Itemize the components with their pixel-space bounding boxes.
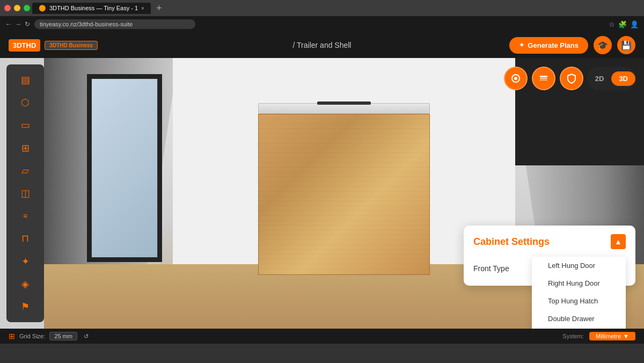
camera-view-btn[interactable]	[504, 67, 528, 90]
toolbar-paint[interactable]: ◈	[15, 275, 35, 293]
window-left	[87, 74, 162, 262]
left-toolbar: ▤ ⬡ ▭ ⊞ ▱ ◫ ≡ ⊓ ✦ ◈ ⚑	[6, 64, 44, 322]
option-right-hung-door[interactable]: Right Hung Door	[532, 274, 626, 292]
nav-icons: ← → ↻	[5, 20, 30, 28]
millimetre-label: Millimetre	[596, 333, 621, 339]
3d-mode-label[interactable]: 3D	[611, 71, 635, 86]
grid-size-value: 25 mm	[49, 332, 77, 340]
status-bar: ⊞ Grid Size: 25 mm ↺ System: Millimetre …	[0, 329, 644, 344]
layers-view-btn[interactable]	[532, 67, 555, 90]
cabinet-body	[258, 114, 430, 275]
tab-close-icon[interactable]: ×	[141, 5, 144, 11]
grid-status-icon: ⊞	[9, 332, 15, 340]
scene-area: 2D 3D Cabinet Settings ▲ Front Type Draw…	[44, 58, 644, 329]
millimetre-button[interactable]: Millimetre ▼	[589, 332, 635, 340]
active-tab[interactable]: 🟠 3DTHD Business — Tiny Easy - 1 ×	[32, 3, 151, 14]
option-drawer[interactable]: Drawer	[532, 328, 626, 329]
cabinet-settings-panel: Cabinet Settings ▲ Front Type Drawer ▼ L…	[464, 226, 635, 286]
option-top-hung-hatch[interactable]: Top Hung Hatch	[532, 292, 626, 310]
system-label: System:	[562, 333, 584, 339]
toolbar-grid[interactable]: ⊞	[15, 139, 35, 157]
millimetre-dropdown-arrow: ▼	[623, 333, 629, 339]
tab-title: 3DTHD Business — Tiny Easy - 1	[49, 5, 138, 11]
extensions-icon[interactable]: 🧩	[618, 20, 627, 28]
save-button[interactable]: 💾	[617, 36, 635, 54]
shield-view-btn[interactable]	[560, 67, 583, 90]
front-type-dropdown-menu: Left Hung Door Right Hung Door Top Hung …	[532, 257, 626, 329]
cabinet[interactable]	[258, 103, 430, 275]
svg-rect-3	[540, 78, 547, 79]
main-area: ▤ ⬡ ▭ ⊞ ▱ ◫ ≡ ⊓ ✦ ◈ ⚑	[0, 58, 644, 329]
toolbar-sofa[interactable]: ⊓	[15, 229, 35, 248]
logo-area: 3DTHD 3DTHD Business	[9, 39, 98, 52]
option-double-drawer[interactable]: Double Drawer	[532, 310, 626, 328]
logo: 3DTHD	[9, 39, 40, 52]
toolbar-stairs[interactable]: ≡	[15, 207, 35, 225]
minimize-button[interactable]	[14, 5, 20, 11]
view-mode-controls: 2D 3D	[504, 67, 635, 90]
generate-plans-button[interactable]: Generate Plans	[509, 37, 588, 54]
2d-3d-toggle[interactable]: 2D 3D	[588, 67, 635, 90]
maximize-button[interactable]	[24, 5, 30, 11]
new-tab-button[interactable]: +	[153, 3, 165, 14]
grid-size-label: Grid Size:	[19, 333, 45, 339]
toolbar-door[interactable]: ▭	[15, 116, 35, 134]
cabinet-handle	[317, 101, 371, 105]
toolbar-box[interactable]: ⬡	[15, 93, 35, 112]
toolbar-panel[interactable]: ▱	[15, 162, 35, 180]
svg-rect-4	[540, 79, 547, 81]
bookmark-star-icon[interactable]: ☆	[609, 20, 615, 28]
window-controls	[4, 5, 30, 11]
forward-icon[interactable]: →	[15, 20, 21, 28]
toolbar-layers[interactable]: ▤	[15, 71, 35, 89]
back-icon[interactable]: ←	[5, 20, 12, 28]
refresh-icon[interactable]: ↻	[25, 20, 30, 28]
profile-icon[interactable]: 👤	[630, 20, 639, 28]
header-actions: Generate Plans 🎓 💾	[509, 36, 635, 54]
close-button[interactable]	[4, 5, 11, 11]
toolbar-bookmark[interactable]: ⚑	[15, 297, 35, 316]
address-bar: ← → ↻ ☆ 🧩 👤	[0, 16, 644, 32]
2d-mode-label[interactable]: 2D	[588, 71, 612, 86]
reset-grid-button[interactable]: ↺	[84, 333, 89, 340]
svg-rect-2	[540, 76, 547, 77]
scene-background: 2D 3D Cabinet Settings ▲ Front Type Draw…	[44, 58, 644, 329]
panel-header: Cabinet Settings ▲	[464, 226, 635, 256]
option-left-hung-door[interactable]: Left Hung Door	[532, 257, 626, 274]
system-controls: System: Millimetre ▼	[562, 332, 635, 340]
business-badge: 3DTHD Business	[45, 41, 98, 50]
app-header: 3DTHD 3DTHD Business / Trailer and Shell…	[0, 32, 644, 58]
browser-tab-bar: 🟠 3DTHD Business — Tiny Easy - 1 × +	[0, 0, 644, 16]
panel-collapse-button[interactable]: ▲	[611, 234, 626, 249]
cabinet-grain	[259, 114, 429, 274]
tab-favicon: 🟠	[39, 5, 46, 12]
panel-title: Cabinet Settings	[473, 236, 550, 248]
cabinet-counter	[258, 103, 430, 114]
toolbar-stack[interactable]: ◫	[15, 184, 35, 202]
help-button[interactable]: 🎓	[594, 36, 612, 54]
address-input[interactable]	[34, 19, 195, 29]
header-breadcrumb: / Trailer and Shell	[293, 41, 352, 49]
svg-point-1	[514, 77, 517, 80]
toolbar-light[interactable]: ✦	[15, 252, 35, 271]
